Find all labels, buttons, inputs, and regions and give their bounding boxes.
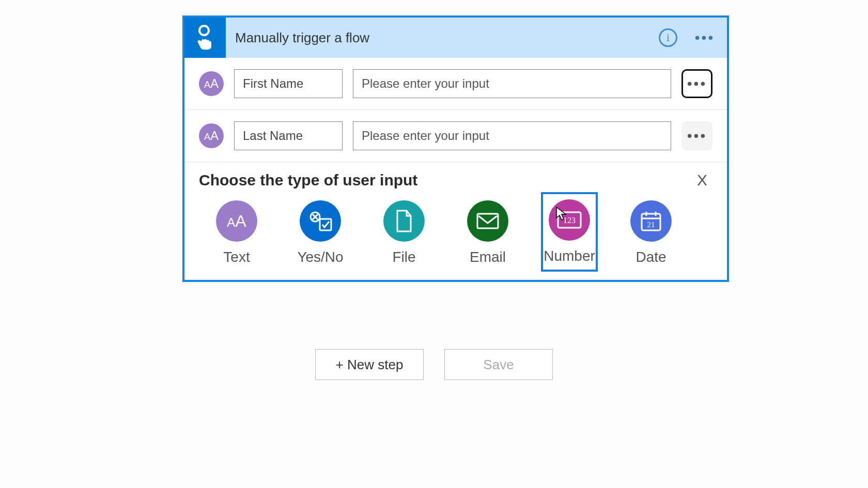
input-row-more-menu[interactable]: ••• — [681, 121, 712, 150]
yesno-icon — [300, 200, 341, 242]
flow-action-bar: + New step Save — [315, 349, 553, 380]
aa-icon: AA — [204, 129, 219, 143]
input-name-field[interactable] — [234, 69, 343, 98]
input-row-last-name: AA ••• — [184, 110, 727, 162]
email-icon — [467, 200, 508, 242]
type-label: File — [392, 249, 415, 265]
svg-point-0 — [199, 26, 209, 35]
choose-title: Choose the type of user input — [199, 171, 417, 189]
input-row-first-name: AA ••• — [184, 58, 727, 110]
new-step-button[interactable]: + New step — [315, 349, 424, 380]
svg-text:21: 21 — [647, 221, 655, 229]
aa-icon: AA — [204, 76, 219, 91]
input-type-text[interactable]: AA Text — [208, 197, 265, 269]
text-type-icon: AA — [199, 123, 224, 148]
input-type-yesno[interactable]: Yes/No — [292, 197, 349, 269]
text-type-icon: AA — [199, 71, 224, 96]
close-icon[interactable]: X — [692, 171, 712, 189]
trigger-card: Manually trigger a flow i ••• AA ••• AA … — [182, 15, 729, 282]
trigger-header[interactable]: Manually trigger a flow i ••• — [184, 18, 727, 58]
type-label: Yes/No — [297, 249, 343, 265]
type-label: Number — [544, 248, 595, 264]
type-label: Text — [223, 249, 250, 265]
input-type-number[interactable]: 123 Number — [541, 192, 598, 272]
input-name-field[interactable] — [234, 121, 343, 150]
svg-rect-5 — [477, 214, 498, 228]
svg-rect-4 — [320, 219, 331, 230]
number-icon: 123 — [549, 199, 590, 241]
info-icon[interactable]: i — [659, 28, 677, 47]
trigger-title: Manually trigger a flow — [226, 30, 659, 46]
input-type-grid: AA Text Yes/No — [199, 197, 712, 269]
input-row-more-menu[interactable]: ••• — [681, 69, 712, 98]
input-value-field[interactable] — [353, 121, 671, 150]
type-label: Email — [470, 249, 506, 265]
text-icon: AA — [216, 200, 257, 242]
file-icon — [383, 200, 425, 242]
svg-text:123: 123 — [563, 216, 576, 225]
save-button[interactable]: Save — [444, 349, 553, 380]
trigger-more-menu[interactable]: ••• — [692, 27, 718, 48]
input-type-date[interactable]: 21 Date — [623, 197, 679, 269]
trigger-icon-box — [184, 18, 226, 58]
input-type-email[interactable]: Email — [459, 197, 516, 269]
input-value-field[interactable] — [353, 69, 671, 98]
touch-icon — [194, 25, 216, 51]
choose-input-type-section: Choose the type of user input X AA Text — [184, 162, 727, 280]
type-label: Date — [636, 249, 666, 265]
input-type-file[interactable]: File — [376, 197, 432, 269]
date-icon: 21 — [630, 200, 672, 242]
